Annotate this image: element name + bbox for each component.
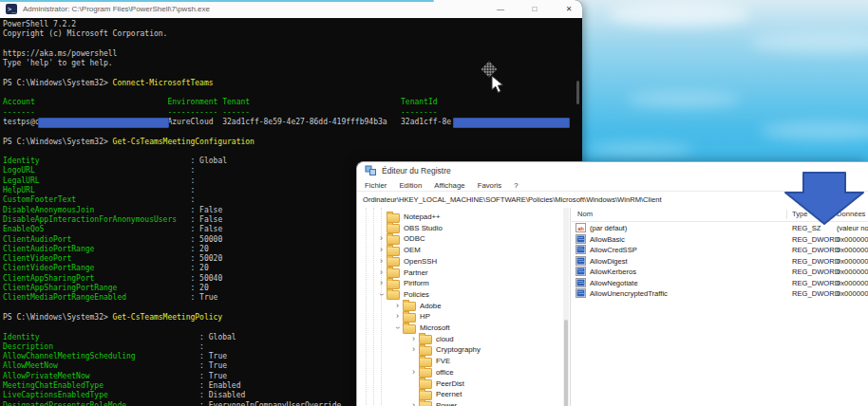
value-type: REG_DWORD bbox=[792, 245, 840, 256]
value-data: 0x00000001 (1) bbox=[837, 234, 868, 246]
tree-item-microsoft[interactable]: ›Microsoft bbox=[392, 323, 450, 333]
tree-item-label: Partner bbox=[404, 268, 428, 277]
tree-item-adobe[interactable]: ›Adobe bbox=[392, 301, 442, 311]
panel-divider[interactable] bbox=[570, 208, 571, 406]
svg-text:>_: >_ bbox=[8, 6, 16, 13]
tree-item-notepad-[interactable]: Notepad++ bbox=[376, 212, 441, 222]
folder-icon bbox=[387, 224, 400, 233]
chevron-down-icon[interactable]: › bbox=[376, 289, 387, 300]
powershell-titlebar[interactable]: >_ Administrator: C:\Program Files\Power… bbox=[0, 0, 582, 18]
menu-item-fichier[interactable]: Fichier bbox=[365, 181, 387, 190]
menu-item-?[interactable]: ? bbox=[514, 181, 518, 190]
tree-item-label: ODBC bbox=[404, 234, 425, 243]
tree-item-office[interactable]: ›office bbox=[408, 367, 454, 378]
registry-value-row[interactable]: AllowKerberosREG_DWORD0x00000001 (1) bbox=[572, 267, 868, 278]
value-type: REG_DWORD bbox=[792, 288, 840, 300]
chevron-right-icon[interactable]: › bbox=[376, 233, 387, 244]
registry-path: Ordinateur\HKEY_LOCAL_MACHINE\SOFTWARE\P… bbox=[363, 195, 662, 204]
value-data: 0x00000001 (1) bbox=[837, 267, 868, 278]
registry-value-row[interactable]: AllowUnencryptedTrafficREG_DWORD0x000000… bbox=[572, 288, 868, 300]
chevron-right-icon[interactable]: › bbox=[376, 256, 387, 267]
desktop: >_ Administrator: C:\Program Files\Power… bbox=[0, 0, 868, 406]
window-title: Éditeur du Registre bbox=[382, 166, 451, 175]
value-name: AllowUnencryptedTraffic bbox=[590, 288, 668, 300]
registry-tree-panel[interactable]: Notepad++OBS Studio›ODBC›OEM›OpenSSH›Par… bbox=[357, 208, 571, 406]
chevron-right-icon[interactable]: › bbox=[376, 268, 387, 278]
dword-value-icon bbox=[576, 288, 586, 298]
tree-item-label: Adobe bbox=[420, 302, 442, 310]
tree-item-power[interactable]: ›Power bbox=[408, 400, 457, 406]
chevron-right-icon[interactable]: › bbox=[392, 301, 403, 311]
registry-value-row[interactable]: AllowCredSSPREG_DWORD0x00000000 (0) bbox=[572, 245, 868, 256]
registry-value-row[interactable]: AllowNegotiateREG_DWORD0x00000001 (1) bbox=[572, 278, 868, 289]
tree-item-label: Notepad++ bbox=[404, 212, 441, 221]
tree-item-fve[interactable]: FVE bbox=[408, 356, 450, 366]
tree-scrollbar-thumb[interactable] bbox=[564, 320, 568, 406]
registry-values-panel[interactable]: Nom Type Données ab(par défaut)REG_SZ(va… bbox=[572, 208, 868, 406]
tree-guide-line bbox=[373, 208, 374, 406]
accent-line bbox=[0, 0, 434, 2]
chevron-right-icon[interactable]: › bbox=[408, 344, 419, 355]
menu-item-affichage[interactable]: Affichage bbox=[434, 181, 464, 190]
menu-item-edition[interactable]: Edition bbox=[399, 181, 422, 190]
folder-icon bbox=[419, 401, 432, 406]
tree-scrollbar[interactable] bbox=[563, 208, 569, 406]
tree-item-peernet[interactable]: Peernet bbox=[408, 389, 462, 399]
folder-icon bbox=[419, 368, 432, 378]
close-button[interactable]: ✕ bbox=[563, 0, 575, 18]
column-header-name[interactable]: Nom bbox=[577, 208, 593, 221]
tree-item-label: OEM bbox=[404, 246, 421, 254]
registry-value-row[interactable]: AllowBasicREG_DWORD0x00000001 (1) bbox=[572, 234, 868, 246]
powershell-icon: >_ bbox=[6, 4, 17, 14]
chevron-right-icon[interactable]: › bbox=[376, 278, 387, 288]
tree-item-odbc[interactable]: ›ODBC bbox=[376, 233, 425, 244]
tree-item-peerdist[interactable]: PeerDist bbox=[408, 378, 464, 389]
cloud bbox=[627, 91, 741, 108]
folder-icon bbox=[419, 391, 432, 400]
mouse-cursor-icon bbox=[491, 75, 504, 98]
folder-icon bbox=[419, 335, 432, 344]
tree-item-cloud[interactable]: ›cloud bbox=[408, 334, 454, 344]
menu-item-favoris[interactable]: Favoris bbox=[478, 181, 502, 190]
string-value-icon: ab bbox=[576, 223, 586, 232]
value-name: AllowBasic bbox=[590, 234, 625, 246]
dword-value-icon bbox=[576, 245, 586, 254]
chevron-right-icon[interactable]: › bbox=[376, 245, 387, 255]
tree-item-policies[interactable]: ›Policies bbox=[376, 289, 429, 300]
terminal-scrollbar[interactable] bbox=[576, 81, 579, 104]
chevron-right-icon[interactable]: › bbox=[408, 400, 419, 406]
tree-item-label: Piriform bbox=[404, 279, 429, 287]
svg-text:ab: ab bbox=[577, 226, 584, 231]
value-type: REG_DWORD bbox=[792, 278, 840, 289]
folder-icon bbox=[403, 302, 416, 311]
tree-item-hp[interactable]: ›HP bbox=[392, 311, 430, 322]
tree-guide-line bbox=[366, 208, 367, 406]
chevron-right-icon[interactable]: › bbox=[408, 334, 419, 344]
registry-icon bbox=[365, 165, 377, 176]
tree-item-partner[interactable]: ›Partner bbox=[376, 268, 428, 278]
chevron-right-icon[interactable]: › bbox=[408, 367, 419, 378]
tree-item-label: Peernet bbox=[436, 390, 462, 398]
registry-value-row[interactable]: AllowDigestREG_DWORD0x00000000 (0) bbox=[572, 256, 868, 268]
folder-icon bbox=[387, 290, 400, 300]
maximize-button[interactable]: □ bbox=[529, 0, 540, 18]
minimize-button[interactable]: — bbox=[495, 0, 506, 18]
tree-item-label: cloud bbox=[436, 335, 454, 343]
tree-item-cryptography[interactable]: ›Cryptography bbox=[408, 344, 481, 355]
dword-value-icon bbox=[576, 234, 586, 244]
value-data: 0x00000000 (0) bbox=[837, 288, 868, 300]
tree-item-oem[interactable]: ›OEM bbox=[376, 245, 421, 255]
value-name: AllowKerberos bbox=[590, 267, 636, 278]
value-name: AllowCredSSP bbox=[590, 245, 637, 256]
value-type: REG_DWORD bbox=[792, 267, 840, 278]
tree-item-piriform[interactable]: ›Piriform bbox=[376, 278, 429, 288]
tree-item-openssh[interactable]: ›OpenSSH bbox=[376, 256, 437, 267]
chevron-down-icon[interactable]: › bbox=[392, 323, 403, 333]
annotation-arrow-icon bbox=[777, 167, 868, 230]
chevron-right-icon[interactable]: › bbox=[392, 311, 403, 322]
cloud bbox=[608, 2, 750, 27]
folder-icon bbox=[403, 313, 416, 323]
tree-item-label: OpenSSH bbox=[404, 257, 437, 266]
redaction-bar-tenantid bbox=[453, 118, 570, 128]
tree-item-obs-studio[interactable]: OBS Studio bbox=[376, 223, 443, 233]
